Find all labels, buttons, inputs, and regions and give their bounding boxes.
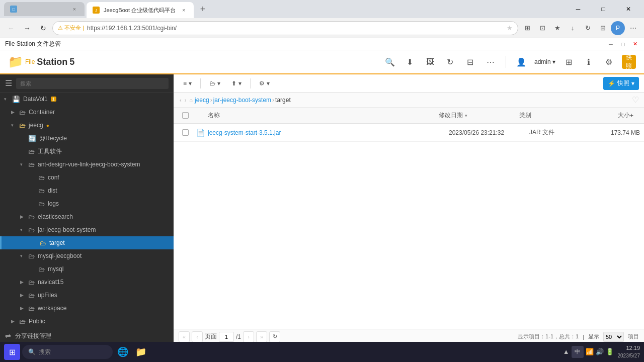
logo-station-text: Station xyxy=(37,57,67,67)
sidebar-item-dist[interactable]: ▶ 🗁 dist xyxy=(0,184,174,197)
breadcrumb-home-button[interactable]: ⌂ xyxy=(188,96,194,104)
taskbar-browser-icon[interactable]: 🌐 xyxy=(115,344,131,360)
sidebar-item-tools[interactable]: ▶ 🗁 工具软件 xyxy=(0,145,174,158)
taskbar-start-button[interactable]: ⊞ xyxy=(4,344,20,360)
sys-tray-arrow[interactable]: ▲ xyxy=(563,348,570,355)
header-filter-button[interactable]: ⊟ xyxy=(463,55,477,69)
browser-tab-active[interactable]: J JeecgBoot 企业级低代码平台 × xyxy=(87,2,194,18)
app-close-button[interactable]: ✕ xyxy=(631,40,639,48)
forward-button[interactable]: → xyxy=(20,21,34,35)
breadcrumb-back-button[interactable]: ‹ xyxy=(179,96,183,104)
sidebar-search-bar[interactable] xyxy=(16,78,169,89)
upload-icon: ⬆ xyxy=(231,80,236,87)
reader-button[interactable]: ⊡ xyxy=(535,21,549,35)
quick-snapshot-button[interactable]: ⚡ 快照 ▾ xyxy=(603,77,639,90)
footer-next-button[interactable]: › xyxy=(243,331,254,342)
taskbar-search-bar[interactable]: 🔍 搜索 xyxy=(22,345,113,359)
refresh-button[interactable]: ↻ xyxy=(36,21,50,35)
sidebar-item-public[interactable]: ▶ 🗁 Public xyxy=(0,315,174,328)
table-header-name[interactable]: 名称 xyxy=(208,111,439,120)
extensions-button[interactable]: ⊞ xyxy=(520,21,534,35)
back-button[interactable]: ← xyxy=(4,21,18,35)
header-settings-button[interactable]: ⚙ xyxy=(602,55,616,69)
sidebar-item-antdesign[interactable]: ▾ 🗁 ant-design-vue-link-jeecg-boot-syste… xyxy=(0,158,174,171)
app-maximize-button[interactable]: □ xyxy=(619,40,627,48)
sidebar-item-datavol1[interactable]: ▾ 💾 DataVol1 1 xyxy=(0,93,174,106)
header-search-button[interactable]: 🔍 xyxy=(383,55,397,69)
browser-minimize-button[interactable]: ─ xyxy=(567,1,590,17)
sidebar-item-workspace[interactable]: ▶ 🗁 workspace xyxy=(0,302,174,315)
browser-close-button[interactable]: ✕ xyxy=(617,1,640,17)
sidebar-item-logs[interactable]: ▶ 🗁 logs xyxy=(0,197,174,210)
header-quick-button[interactable]: 快照 xyxy=(622,55,636,69)
tree-arrow-datavol1: ▾ xyxy=(4,97,10,102)
breadcrumb-item-jeecg[interactable]: jeecg xyxy=(195,97,209,104)
footer-prev-button[interactable]: ‹ xyxy=(192,331,203,342)
select-all-checkbox[interactable] xyxy=(182,112,189,119)
table-header-check[interactable] xyxy=(178,112,193,119)
refresh-page-button[interactable]: ↻ xyxy=(581,21,595,35)
table-header-more[interactable]: + xyxy=(630,112,640,119)
sidebar-item-mysql-jeecgboot[interactable]: ▾ 🗁 mysql-jeecgboot xyxy=(0,249,174,262)
new-tab-button[interactable]: + xyxy=(196,2,210,16)
sidebar-item-navicat15[interactable]: ▶ 🗁 navicat15 xyxy=(0,276,174,289)
taskbar-right: ▲ 中 📶 🔊 🔋 12:19 2023/5/27 xyxy=(563,344,640,359)
sidebar-menu-icon[interactable]: ☰ xyxy=(5,78,12,88)
footer-first-button[interactable]: « xyxy=(179,331,190,342)
sidebar-item-container[interactable]: ▶ 🗁 Container xyxy=(0,106,174,119)
bookmarks-bar-button[interactable]: ⊟ xyxy=(596,21,610,35)
new-folder-button[interactable]: 🗁 ▾ xyxy=(205,77,225,90)
row-checkbox[interactable] xyxy=(182,129,189,136)
tree-arrow-jar-jeecg: ▾ xyxy=(20,227,26,232)
browser-tab-inactive[interactable]: □ × xyxy=(4,2,85,16)
active-tab-close[interactable]: × xyxy=(180,6,188,14)
tools-button[interactable]: ⚙ ▾ xyxy=(255,77,274,90)
sidebar-item-target[interactable]: ▶ 🗁 target xyxy=(0,236,174,249)
taskbar-clock[interactable]: 12:19 2023/5/27 xyxy=(618,344,640,359)
taskbar-lang-indicator[interactable]: 中 xyxy=(572,346,584,358)
header-grid-button[interactable]: ⊞ xyxy=(561,55,576,69)
footer-page-label: 页面 xyxy=(205,332,217,341)
footer-nav: « ‹ 页面 /1 › » ↻ xyxy=(179,331,280,342)
header-user-button[interactable]: 👤 xyxy=(514,55,528,69)
app-minimize-button[interactable]: ─ xyxy=(607,40,615,48)
header-more-button[interactable]: ⋯ xyxy=(484,55,498,69)
view-toggle-button[interactable]: ≡ ▾ xyxy=(179,77,196,90)
breadcrumb-forward-button[interactable]: › xyxy=(184,96,188,104)
sidebar-item-mysql[interactable]: ▶ 🗁 mysql xyxy=(0,262,174,276)
row-checkbox-col[interactable] xyxy=(178,129,193,136)
breadcrumb-item-jar-jeecg[interactable]: jar-jeecg-boot-system xyxy=(213,97,271,104)
footer-page-total: /1 xyxy=(236,333,241,340)
upload-button[interactable]: ⬆ ▾ xyxy=(227,77,246,90)
profile-button[interactable]: P xyxy=(611,21,625,35)
folder-icon-jeecg: 🗁 xyxy=(19,122,26,129)
sidebar-item-elasticsearch[interactable]: ▶ 🗁 elasticsearch xyxy=(0,210,174,223)
header-download-button[interactable]: ⬇ xyxy=(403,55,417,69)
inactive-tab-close[interactable]: × xyxy=(70,5,78,13)
footer-page-input[interactable] xyxy=(219,332,234,342)
footer-refresh-button[interactable]: ↻ xyxy=(269,331,280,342)
breadcrumb-favorite-button[interactable]: ♡ xyxy=(632,95,639,105)
sidebar-item-jeecg[interactable]: ▾ 🗁 jeecg ● xyxy=(0,119,174,132)
header-refresh-button[interactable]: ↻ xyxy=(443,55,457,69)
table-header-date[interactable]: 修改日期 ▾ xyxy=(439,111,519,120)
taskbar-date-value: 2023/5/27 xyxy=(618,352,640,359)
sidebar-item-conf[interactable]: ▶ 🗁 conf xyxy=(0,171,174,184)
sidebar-search-input[interactable] xyxy=(20,80,165,86)
browser-maximize-button[interactable]: □ xyxy=(592,1,615,17)
table-row[interactable]: 📄 jeecg-system-start-3.5.1.jar 2023/05/2… xyxy=(174,124,644,142)
sidebar-item-jar-jeecg[interactable]: ▾ 🗁 jar-jeecg-boot-system xyxy=(0,223,174,236)
sidebar-item-upfiles[interactable]: ▶ 🗁 upFiles xyxy=(0,289,174,302)
taskbar-filemanager-icon[interactable]: 📁 xyxy=(133,344,149,360)
footer-last-button[interactable]: » xyxy=(256,331,267,342)
footer-per-page-select[interactable]: 50 100 xyxy=(603,332,624,342)
more-options-button[interactable]: ⋯ xyxy=(626,21,640,35)
bookmark-button[interactable]: ★ xyxy=(550,21,565,35)
downloads-button[interactable]: ↓ xyxy=(566,21,580,35)
address-bar[interactable]: ⚠ 不安全 | https://192.168.1.23:5001/cgi-bi… xyxy=(52,21,518,35)
row-filename[interactable]: jeecg-system-start-3.5.1.jar xyxy=(208,129,449,136)
header-info-button[interactable]: ℹ xyxy=(582,55,596,69)
drive-icon-datavol1: 💾 xyxy=(12,96,20,103)
header-photo-button[interactable]: 🖼 xyxy=(423,55,437,69)
sidebar-item-recycle[interactable]: ▶ 🔄 @Recycle xyxy=(0,132,174,145)
